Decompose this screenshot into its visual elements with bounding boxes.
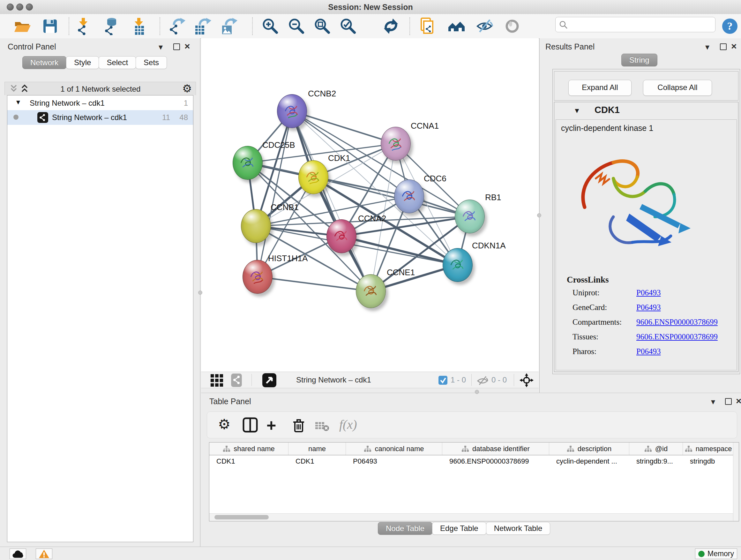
column-header-shared-name[interactable]: shared name — [209, 442, 288, 455]
network-node-ccnb2[interactable] — [277, 94, 307, 128]
table-options-gear-icon[interactable]: ⚙ — [218, 419, 230, 430]
column-header-database-identifier[interactable]: database identifier — [442, 442, 549, 455]
right-splitter-handle[interactable] — [537, 213, 541, 217]
network-node-ccna1[interactable] — [381, 127, 411, 161]
column-header-canonical-name[interactable]: canonical name — [346, 442, 442, 455]
control-tab-network[interactable]: Network — [22, 56, 66, 69]
help-icon[interactable]: ? — [722, 18, 738, 34]
table-horizontal-scrollbar[interactable] — [209, 513, 733, 521]
expand-all-networks-icon[interactable] — [20, 84, 29, 93]
bottom-splitter-handle[interactable] — [475, 390, 479, 394]
control-tab-select[interactable]: Select — [98, 56, 136, 69]
table-cell[interactable]: CDK1 — [288, 455, 346, 468]
table-cell[interactable]: CDK1 — [209, 455, 288, 468]
crosslink-link[interactable]: P06493 — [636, 288, 661, 297]
table-cell[interactable]: cyclin-dependent ... — [549, 455, 629, 468]
network-node-cdk1[interactable] — [298, 160, 328, 194]
collapse-all-button[interactable]: Collapse All — [643, 80, 712, 96]
save-session-icon[interactable] — [41, 17, 59, 35]
crosslink-link[interactable]: 9606.ENSP00000378699 — [636, 318, 718, 327]
edge-CDC25B-CDC6[interactable] — [248, 163, 409, 196]
results-tab-string[interactable]: String — [621, 54, 657, 66]
search-input[interactable] — [570, 18, 712, 30]
table-cell[interactable]: P06493 — [346, 455, 442, 468]
network-node-cdc6[interactable] — [394, 179, 424, 213]
table-cell[interactable]: stringdb:9... — [629, 455, 683, 468]
collection-expand-icon[interactable]: ▼ — [15, 99, 21, 106]
expand-all-button[interactable]: Expand All — [568, 80, 631, 96]
panel-menu-icon[interactable]: ▾ — [705, 43, 710, 51]
table-vertical-scrollbar[interactable] — [733, 442, 739, 521]
table-row[interactable]: CDK1CDK1P064939606.ENSP00000378699cyclin… — [209, 455, 733, 468]
export-network-icon[interactable] — [169, 17, 187, 35]
network-node-cdc25b[interactable] — [232, 146, 263, 180]
network-canvas[interactable]: CCNB2CCNA1CDC25BCDK1CDC6RB1CCNB1CCNA2CDK… — [201, 38, 539, 372]
network-node-rb1[interactable] — [455, 199, 485, 233]
table-tab-edge-table[interactable]: Edge Table — [432, 522, 486, 535]
panel-float-icon[interactable] — [725, 398, 732, 405]
network-collection-row[interactable]: ▼ String Network – cdk1 1 — [7, 96, 193, 110]
table-cell[interactable]: 9606.ENSP00000378699 — [442, 455, 549, 468]
table-tab-network-table[interactable]: Network Table — [486, 522, 550, 535]
network-options-gear-icon[interactable]: ⚙ — [182, 83, 192, 94]
home-icon[interactable] — [448, 17, 465, 35]
scrollbar-thumb[interactable] — [214, 515, 269, 519]
network-node-ccna2[interactable] — [327, 219, 356, 253]
select-columns-icon[interactable] — [242, 417, 258, 433]
column-header--id[interactable]: @id — [629, 442, 683, 455]
refresh-layout-icon[interactable] — [382, 17, 400, 35]
selected-count-checkbox-icon[interactable] — [439, 376, 448, 385]
panel-close-icon[interactable]: × — [731, 42, 737, 51]
control-tab-style[interactable]: Style — [66, 56, 99, 69]
network-node-ccne1[interactable] — [356, 274, 386, 308]
share-document-icon[interactable] — [419, 17, 436, 35]
panel-float-icon[interactable] — [173, 44, 180, 50]
cloud-status-button[interactable] — [10, 549, 26, 559]
edge-CCNB2-CCNE1[interactable] — [292, 111, 371, 291]
zoom-selected-icon[interactable] — [339, 17, 357, 35]
edge-HIST1H1A-CCNE1[interactable] — [258, 277, 371, 291]
hidden-count-eye-icon[interactable] — [477, 375, 488, 386]
open-session-icon[interactable] — [13, 17, 31, 35]
panel-close-icon[interactable]: × — [185, 42, 190, 51]
network-node-hist1h1a[interactable] — [243, 260, 273, 294]
table-tab-node-table[interactable]: Node Table — [378, 522, 432, 535]
panel-menu-icon[interactable]: ▾ — [711, 397, 715, 406]
column-header-name[interactable]: name — [288, 442, 346, 455]
entry-expand-icon[interactable]: ▼ — [574, 107, 581, 115]
node-label-ccnb1: CCNB1 — [271, 202, 299, 212]
zoom-fit-icon[interactable] — [313, 17, 331, 35]
edge-CCNB2-CCNA1[interactable] — [292, 111, 396, 144]
export-image-icon[interactable] — [221, 17, 239, 35]
crosslink-link[interactable]: 9606.ENSP00000378699 — [636, 332, 718, 341]
import-network-database-icon[interactable] — [102, 17, 120, 35]
export-table-icon[interactable] — [195, 17, 212, 35]
detach-view-icon[interactable] — [262, 373, 276, 387]
hide-eye-icon[interactable] — [475, 17, 493, 35]
memory-button[interactable]: Memory — [695, 549, 737, 559]
import-table-icon[interactable] — [130, 17, 148, 35]
panel-menu-icon[interactable]: ▾ — [158, 43, 163, 51]
import-network-icon[interactable] — [74, 17, 92, 35]
table-cell[interactable]: stringdb — [683, 455, 734, 468]
crosslink-link[interactable]: P06493 — [636, 303, 661, 312]
network-node-cdkn1a[interactable] — [443, 248, 473, 282]
add-column-icon[interactable]: + — [266, 418, 276, 433]
network-node-ccnb1[interactable] — [241, 209, 271, 243]
zoom-in-icon[interactable] — [261, 17, 279, 35]
grid-view-icon[interactable] — [210, 374, 223, 387]
column-header-namespace[interactable]: namespace — [683, 442, 734, 455]
zoom-out-icon[interactable] — [287, 17, 306, 35]
collapse-all-networks-icon[interactable] — [9, 84, 18, 93]
panel-close-icon[interactable]: × — [736, 397, 741, 405]
left-splitter-handle[interactable] — [198, 291, 202, 295]
birds-eye-crosshair-icon[interactable] — [520, 373, 534, 387]
warnings-button[interactable] — [36, 549, 52, 559]
column-header-description[interactable]: description — [549, 442, 629, 455]
control-tab-sets[interactable]: Sets — [136, 56, 167, 69]
network-row-selected[interactable]: String Network – cdk1 11 48 — [7, 110, 193, 125]
crosslink-link[interactable]: P06493 — [636, 347, 661, 356]
delete-column-icon[interactable] — [291, 417, 307, 433]
panel-float-icon[interactable] — [720, 44, 727, 50]
network-view-icon[interactable] — [230, 374, 243, 387]
